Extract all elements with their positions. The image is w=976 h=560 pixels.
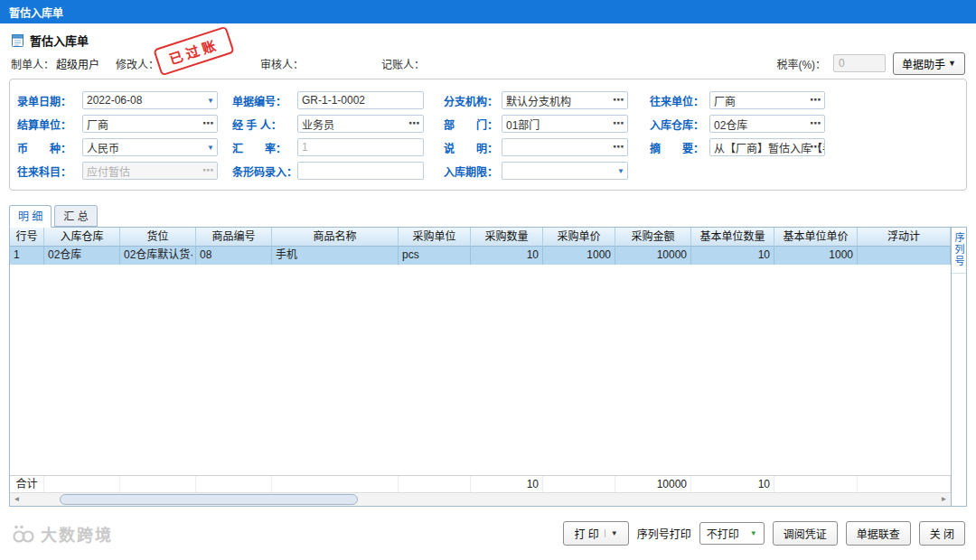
currency-input[interactable]: 人民币 ▼: [82, 138, 218, 156]
total-base-qty: 10: [691, 476, 774, 492]
table-row[interactable]: 1 02仓库 02仓库默认货· 08 手机 pcs 10 1000 10000 …: [10, 247, 951, 265]
cell-location[interactable]: 02仓库默认货·: [120, 247, 196, 265]
chevron-down-icon[interactable]: ▼: [207, 144, 214, 152]
chevron-down-icon[interactable]: ▼: [207, 97, 214, 105]
bookkeeper-label: 记账人：: [381, 56, 425, 71]
doc-link-button[interactable]: 单据联查: [846, 521, 911, 546]
lookup-icon[interactable]: ⋯: [613, 117, 624, 130]
scrollbar-thumb[interactable]: [60, 494, 358, 505]
doc-assistant-label: 单据助手: [902, 56, 945, 71]
cell-float-price[interactable]: [858, 247, 951, 265]
doc-assistant-button[interactable]: 单据助手 ▼: [893, 52, 965, 75]
scroll-left-arrow-icon[interactable]: ◄: [10, 493, 23, 506]
serial-print-select[interactable]: 不打印 ▼: [699, 522, 765, 545]
barcode-input[interactable]: [297, 162, 424, 180]
cell-purchase-unit[interactable]: pcs: [399, 247, 471, 265]
document-heading: 暂估入库单: [0, 23, 976, 51]
note-input[interactable]: ⋯: [502, 138, 628, 156]
lookup-icon[interactable]: ⋯: [202, 163, 214, 177]
total-cell: [196, 476, 272, 492]
total-purchase-qty: 10: [471, 476, 543, 492]
header-form: 录单日期： 2022-06-08 ▼ 单据编号： GR-1-1-0002 分支机…: [9, 79, 967, 191]
chevron-down-icon: ▼: [948, 59, 956, 68]
field-record-date: 录单日期： 2022-06-08 ▼: [17, 91, 218, 109]
deadline-input[interactable]: ▼: [502, 162, 628, 180]
footer-buttons: 打 印 ▼ 序列号打印 不打印 ▼ 调阅凭证 单据联查 关 闭: [563, 521, 965, 546]
summary-input[interactable]: 从【厂商】暂估入库【手 ⋯: [709, 138, 825, 156]
chevron-down-icon[interactable]: ▼: [617, 167, 624, 175]
department-label: 部 门：: [444, 117, 502, 132]
field-currency: 币 种： 人民币 ▼: [17, 138, 218, 156]
scrollbar-track[interactable]: [23, 494, 937, 506]
print-dropdown-icon[interactable]: ▼: [605, 529, 618, 537]
header-float-price: 浮动计: [858, 228, 951, 246]
total-cell: [44, 476, 120, 492]
cell-item-name[interactable]: 手机: [272, 247, 399, 265]
account-input[interactable]: 应付暂估 ⋯: [82, 162, 218, 180]
total-purchase-amount: 10000: [615, 476, 691, 492]
field-doc-number: 单据编号： GR-1-1-0002: [232, 91, 424, 109]
handler-label: 经 手 人：: [232, 117, 297, 132]
cell-base-qty[interactable]: 10: [691, 247, 774, 265]
close-button[interactable]: 关 闭: [919, 521, 965, 546]
cell-purchase-qty[interactable]: 10: [471, 247, 543, 265]
lookup-icon[interactable]: ⋯: [408, 117, 420, 130]
partner-input[interactable]: 厂商 ⋯: [709, 91, 825, 109]
detail-grid: 行号 入库仓库 货位 商品编号 商品名称 采购单位 采购数量 采购单价 采购金额…: [9, 227, 967, 507]
department-input[interactable]: 01部门 ⋯: [502, 115, 628, 133]
scroll-right-arrow-icon[interactable]: ►: [937, 493, 951, 506]
handler-input[interactable]: 业务员 ⋯: [297, 115, 424, 133]
barcode-label: 条形码录入：: [232, 163, 297, 179]
footer-bar: 大数跨境 打 印 ▼ 序列号打印 不打印 ▼ 调阅凭证 单据联查 关 闭: [11, 521, 965, 546]
lookup-icon[interactable]: ⋯: [613, 93, 624, 107]
cell-warehouse[interactable]: 02仓库: [44, 247, 120, 265]
cell-item-code[interactable]: 08: [196, 247, 272, 265]
cell-purchase-price[interactable]: 1000: [543, 247, 615, 265]
print-button[interactable]: 打 印 ▼: [563, 521, 628, 546]
summary-label: 摘 要：: [650, 140, 709, 155]
field-branch: 分支机构： 默认分支机构 ⋯: [444, 91, 628, 109]
header-item-code: 商品编号: [196, 228, 272, 246]
header-warehouse: 入库仓库: [44, 228, 120, 246]
maker-value: 超级用户: [56, 56, 99, 71]
lookup-icon[interactable]: ⋯: [810, 140, 821, 154]
settle-unit-label: 结算单位：: [17, 117, 82, 132]
serial-number-header[interactable]: 序列号: [952, 228, 966, 274]
lookup-icon[interactable]: ⋯: [810, 117, 821, 130]
lookup-icon[interactable]: ⋯: [810, 93, 821, 107]
settle-unit-input[interactable]: 厂商 ⋯: [82, 115, 218, 133]
watermark-logo: 大数跨境: [11, 522, 113, 546]
horizontal-scrollbar[interactable]: ◄ ►: [10, 492, 951, 506]
tax-rate-input[interactable]: [833, 54, 886, 72]
cell-purchase-amount[interactable]: 10000: [615, 247, 691, 265]
warehouse-input[interactable]: 02仓库 ⋯: [709, 115, 825, 133]
partner-label: 往来单位：: [650, 93, 709, 108]
field-warehouse: 入库仓库： 02仓库 ⋯: [650, 115, 825, 133]
serial-print-value: 不打印: [707, 526, 739, 541]
auditor-label: 审核人：: [260, 56, 304, 71]
cell-base-price[interactable]: 1000: [774, 247, 858, 265]
branch-label: 分支机构：: [444, 93, 502, 108]
doc-number-input[interactable]: GR-1-1-0002: [297, 91, 424, 109]
exchange-rate-input[interactable]: 1: [297, 138, 424, 156]
grid-body: 1 02仓库 02仓库默认货· 08 手机 pcs 10 1000 10000 …: [10, 247, 951, 475]
branch-input[interactable]: 默认分支机构 ⋯: [502, 91, 628, 109]
record-date-label: 录单日期：: [17, 93, 82, 108]
meta-right: 税率(%)： 单据助手 ▼: [776, 52, 965, 75]
field-deadline: 入库期限： ▼: [444, 162, 628, 180]
header-purchase-qty: 采购数量: [471, 228, 543, 246]
field-barcode: 条形码录入：: [232, 162, 424, 180]
header-item-name: 商品名称: [272, 228, 399, 246]
field-note: 说 明： ⋯: [444, 138, 628, 156]
record-date-input[interactable]: 2022-06-08 ▼: [82, 91, 218, 109]
page-title: 暂估入库单: [30, 32, 89, 49]
lookup-icon[interactable]: ⋯: [202, 117, 214, 130]
logo-text: 大数跨境: [41, 522, 113, 546]
tab-detail[interactable]: 明 细: [9, 205, 52, 228]
header-row-no: 行号: [10, 228, 44, 246]
header-base-qty: 基本单位数量: [691, 228, 774, 246]
cell-row-no[interactable]: 1: [10, 247, 44, 265]
tab-summary[interactable]: 汇 总: [54, 205, 97, 227]
view-voucher-button[interactable]: 调阅凭证: [773, 521, 838, 546]
lookup-icon[interactable]: ⋯: [613, 140, 624, 154]
